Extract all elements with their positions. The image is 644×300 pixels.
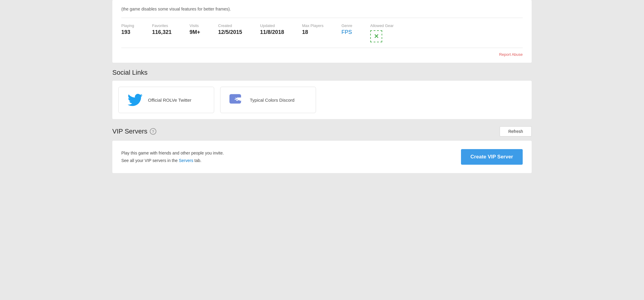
stat-allowed-gear-label: Allowed Gear [370, 23, 394, 28]
stat-favorites-label: Favorites [152, 23, 168, 28]
twitter-link-item[interactable]: Official ROLVe Twitter [118, 87, 214, 113]
stat-playing-label: Playing [121, 23, 134, 28]
social-links-card: Official ROLVe Twitter Typical Colors Di… [112, 81, 532, 119]
stat-favorites: Favorites 116,321 [152, 23, 172, 35]
stat-genre-label: Genre [341, 23, 352, 28]
stat-updated-value: 11/8/2018 [260, 29, 284, 35]
vip-desc-line1: Play this game with friends and other pe… [121, 149, 224, 157]
allowed-gear-icon: ✕ [370, 30, 382, 42]
social-links-section: Social Links Official ROLVe Twitter T [112, 69, 532, 119]
vip-header: VIP Servers ? Refresh [112, 126, 532, 136]
vip-desc-line2: See all your VIP servers in the Servers … [121, 157, 224, 164]
stat-genre-value[interactable]: FPS [341, 29, 352, 35]
create-vip-server-button[interactable]: Create VIP Server [461, 149, 523, 165]
refresh-button[interactable]: Refresh [500, 126, 532, 136]
stat-visits-value: 9M+ [190, 29, 200, 35]
report-abuse-link[interactable]: Report Abuse [499, 52, 523, 57]
vip-title-group: VIP Servers ? [112, 128, 156, 135]
stat-playing-value: 193 [121, 29, 130, 35]
stat-genre: Genre FPS [341, 23, 352, 35]
vip-card: Play this game with friends and other pe… [112, 141, 532, 173]
stat-favorites-value: 116,321 [152, 29, 172, 35]
stats-row: Playing 193 Favorites 116,321 Visits 9M+… [121, 18, 523, 48]
twitter-icon [128, 92, 143, 107]
intro-text: (the game disables some visual features … [121, 6, 523, 12]
vip-description: Play this game with friends and other pe… [121, 149, 224, 164]
stat-playing: Playing 193 [121, 23, 134, 35]
stat-updated: Updated 11/8/2018 [260, 23, 284, 35]
stat-visits-label: Visits [190, 23, 199, 28]
stat-max-players: Max Players 18 [302, 23, 323, 35]
stat-max-players-value: 18 [302, 29, 308, 35]
stat-updated-label: Updated [260, 23, 275, 28]
stat-allowed-gear: Allowed Gear ✕ [370, 23, 394, 42]
servers-tab-link[interactable]: Servers [179, 158, 193, 163]
vip-section: VIP Servers ? Refresh Play this game wit… [112, 126, 532, 173]
discord-icon [229, 92, 244, 107]
vip-section-title: VIP Servers [112, 128, 147, 135]
stat-created-label: Created [218, 23, 232, 28]
stat-created: Created 12/5/2015 [218, 23, 242, 35]
report-abuse-row: Report Abuse [121, 48, 523, 57]
stat-visits: Visits 9M+ [190, 23, 200, 35]
stat-created-value: 12/5/2015 [218, 29, 242, 35]
social-links-title: Social Links [112, 69, 532, 76]
twitter-link-label: Official ROLVe Twitter [148, 98, 191, 103]
stat-max-players-label: Max Players [302, 23, 323, 28]
vip-help-icon[interactable]: ? [150, 128, 156, 135]
stats-section: (the game disables some visual features … [112, 0, 532, 63]
discord-link-label: Typical Colors Discord [250, 98, 294, 103]
discord-link-item[interactable]: Typical Colors Discord [220, 87, 316, 113]
